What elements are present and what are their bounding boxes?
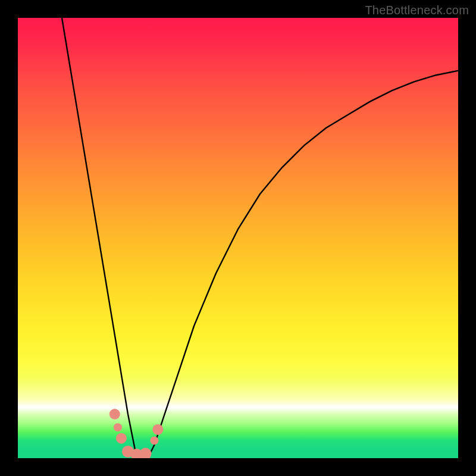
bottleneck-curve xyxy=(62,18,458,458)
data-marker xyxy=(140,448,152,458)
chart-frame: TheBottleneck.com xyxy=(0,0,476,476)
data-marker xyxy=(150,436,158,444)
curve-svg xyxy=(18,18,458,458)
watermark-text: TheBottleneck.com xyxy=(365,4,469,17)
data-marker xyxy=(116,433,127,444)
data-marker xyxy=(114,423,122,431)
marker-group xyxy=(109,409,164,458)
data-marker xyxy=(152,424,163,435)
plot-area xyxy=(18,18,458,458)
data-marker xyxy=(109,409,120,419)
